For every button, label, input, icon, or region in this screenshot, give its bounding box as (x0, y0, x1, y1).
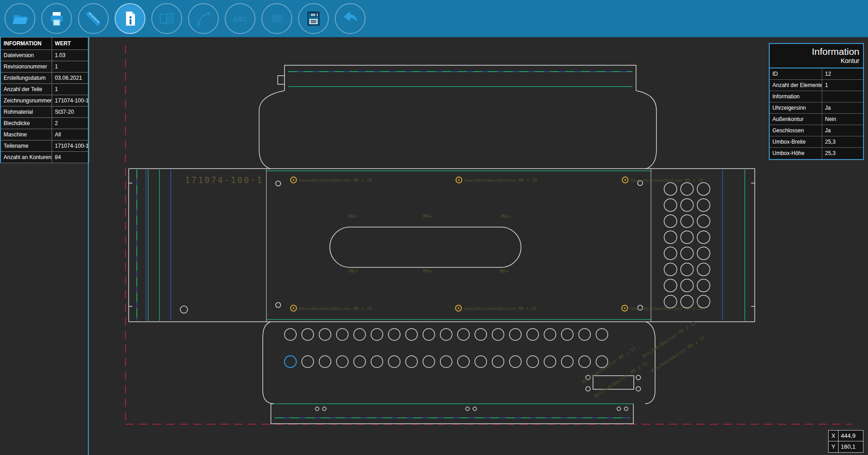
contour-hole[interactable] (664, 199, 677, 212)
contour-hole[interactable] (458, 356, 469, 368)
contour-hole[interactable] (664, 183, 677, 195)
file-info-header: INFORMATION WERT (0, 38, 89, 50)
contour-hole[interactable] (423, 356, 435, 368)
contour-hole[interactable] (697, 215, 710, 228)
contour-hole[interactable] (681, 183, 694, 195)
contour-hole[interactable] (388, 329, 400, 340)
contour-hole[interactable] (371, 356, 383, 368)
contour-hole[interactable] (423, 329, 435, 340)
toolbar-button-view-panels[interactable] (151, 3, 182, 34)
contour-hole[interactable] (544, 329, 556, 340)
contour-hole[interactable] (561, 356, 573, 368)
contour-hole[interactable] (681, 247, 694, 260)
contour-hole[interactable] (664, 263, 677, 276)
row-value: 25,3 (822, 148, 863, 159)
contour-hole[interactable] (510, 329, 521, 340)
contour-hole[interactable] (440, 356, 452, 368)
contour-hole[interactable] (337, 356, 348, 368)
y-coordinate-value: 160,1 (839, 441, 863, 452)
table-row: Blechdicke2 (0, 118, 89, 129)
contour-hole[interactable] (371, 329, 383, 340)
x-coordinate-value: 444,9 (839, 431, 863, 441)
contour-hole[interactable] (664, 279, 677, 292)
contour-hole[interactable] (697, 247, 710, 260)
row-label: Geschlossen (770, 125, 822, 136)
window-power-icon (157, 9, 177, 29)
contour-hole[interactable] (681, 199, 694, 212)
table-row: Zeichnungsnummer171074-100-1 (0, 95, 89, 106)
contour-hole[interactable] (697, 183, 710, 195)
row-label: ID (770, 68, 822, 80)
contour-hole[interactable] (561, 329, 573, 340)
contour-hole[interactable] (388, 356, 400, 368)
toolbar-button-barcode-tool[interactable] (261, 3, 292, 34)
toolbar-button-save[interactable] (298, 3, 329, 34)
contour-hole[interactable] (319, 356, 331, 368)
contour-hole[interactable] (664, 247, 677, 260)
contour-hole[interactable] (354, 329, 366, 340)
contour-hole[interactable] (681, 215, 694, 228)
toolbar: ABC (0, 0, 868, 37)
toolbar-button-part-info[interactable] (115, 3, 145, 34)
folder-open-icon (10, 9, 30, 29)
panel-title: Information (773, 46, 859, 57)
contour-hole[interactable] (697, 263, 710, 276)
undo-arrow-icon (340, 9, 360, 29)
contour-hole[interactable] (492, 356, 504, 368)
contour-hole[interactable] (354, 356, 366, 368)
weld-stud-label: Gewindeschweißbolzen M8 x 20 (464, 306, 536, 311)
contour-hole[interactable] (697, 295, 710, 308)
contour-hole[interactable] (440, 329, 452, 340)
svg-text:Anschweißmutter M5 x 12: Anschweißmutter M5 x 12 (641, 320, 696, 359)
row-label: Umbox-Breite (770, 136, 822, 148)
contour-hole[interactable] (337, 329, 348, 340)
contour-hole[interactable] (475, 329, 487, 340)
contour-hole[interactable] (596, 356, 608, 368)
row-label: Außenkontur (770, 114, 822, 125)
contour-hole[interactable] (697, 279, 710, 292)
contour-hole[interactable] (697, 199, 710, 212)
contour-hole[interactable] (664, 215, 677, 228)
row-value: 12 (822, 68, 863, 80)
part-outline (129, 65, 755, 424)
contour-hole[interactable] (302, 329, 313, 340)
toolbar-button-undo[interactable] (335, 3, 366, 34)
contour-hole[interactable] (285, 329, 296, 340)
contour-hole[interactable] (475, 356, 487, 368)
contour-hole[interactable] (579, 356, 590, 368)
contour-hole[interactable] (544, 356, 556, 368)
contour-hole[interactable] (697, 231, 710, 244)
contour-hole[interactable] (681, 231, 694, 244)
document-info-icon (120, 9, 140, 29)
toolbar-button-print[interactable] (41, 3, 72, 34)
contour-hole[interactable] (458, 329, 469, 340)
contour-hole[interactable] (319, 329, 331, 340)
contour-hole[interactable] (596, 329, 608, 340)
row-value: Nein (822, 114, 863, 125)
selected-contour[interactable] (285, 356, 296, 368)
contour-hole[interactable] (681, 279, 694, 292)
svg-text:M6+: M6+ (500, 268, 509, 274)
contour-hole[interactable] (664, 231, 677, 244)
contour-hole[interactable] (527, 356, 539, 368)
table-row: Teilename171074-100-1 (0, 140, 89, 152)
row-value: Ja (822, 102, 863, 114)
contour-hole[interactable] (579, 329, 590, 340)
contour-hole[interactable] (492, 329, 504, 340)
contour-hole[interactable] (681, 263, 694, 276)
contour-hole[interactable] (405, 356, 417, 368)
contour-hole[interactable] (405, 329, 417, 340)
table-row: Anzahl an Konturen84 (0, 152, 89, 163)
toolbar-button-contour-tool[interactable] (188, 3, 219, 34)
contour-hole[interactable] (510, 356, 521, 368)
fold-lines-blue (137, 72, 723, 418)
toolbar-button-open[interactable] (5, 3, 35, 34)
drawing-canvas[interactable]: Gewindeschweißbolzen M8 x 20 Gewindeschw… (0, 0, 868, 455)
file-info-table: INFORMATION WERT Dateiversion1.03 Revisi… (0, 37, 89, 163)
toolbar-button-measure[interactable] (78, 3, 109, 34)
row-label: Anzahl der Elemente (770, 80, 822, 91)
contour-hole[interactable] (527, 329, 539, 340)
toolbar-button-text-tool[interactable]: ABC (225, 3, 256, 34)
contour-hole[interactable] (302, 356, 313, 368)
hole-pattern (285, 183, 710, 368)
